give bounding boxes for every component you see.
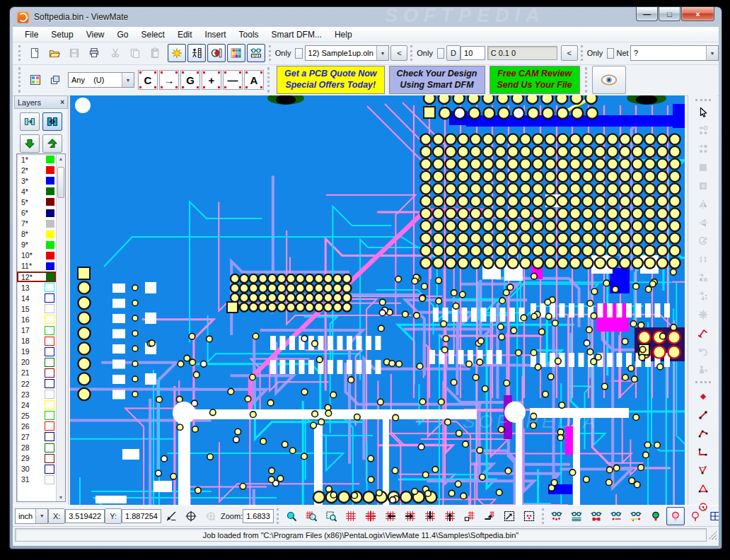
maximize-button[interactable]: □ <box>659 7 680 21</box>
layer-copy-button[interactable] <box>42 112 62 131</box>
toolbar-grip[interactable] <box>18 67 23 93</box>
layer-color-swatch[interactable] <box>46 273 54 281</box>
window-select-button[interactable] <box>500 507 518 525</box>
layer-color-swatch[interactable] <box>46 241 54 249</box>
layer-color-swatch[interactable] <box>46 166 54 174</box>
ad-banner-1[interactable]: Get a PCB Quote NowSpecial Offers Today! <box>277 66 385 94</box>
y-coordinate-button[interactable]: Y: <box>105 508 122 524</box>
toolbar-grip[interactable] <box>269 45 272 61</box>
x-coordinate-button[interactable]: X: <box>48 508 65 524</box>
pcb-canvas[interactable]: SOFTPEDIA <box>70 95 685 505</box>
view-layers-stack-button[interactable] <box>567 507 586 525</box>
layer-color-swatch[interactable] <box>45 315 54 324</box>
layer-color-swatch[interactable] <box>45 443 54 453</box>
only-layer-checkbox[interactable] <box>295 48 302 59</box>
menu-select[interactable]: Select <box>135 28 171 41</box>
layer-color-swatch[interactable] <box>45 368 54 378</box>
layer-color-swatch[interactable] <box>45 304 54 313</box>
flip-button[interactable] <box>693 214 713 232</box>
layer-color-swatch[interactable] <box>46 177 54 185</box>
toolbar-grip[interactable] <box>581 45 584 61</box>
resize-grip[interactable] <box>708 531 717 539</box>
pointer-tool-button[interactable] <box>693 103 713 122</box>
menu-tools[interactable]: Tools <box>233 28 265 41</box>
select-to-circle-button[interactable] <box>693 122 713 140</box>
layer-row-12[interactable]: 12* <box>17 272 56 282</box>
ad-banner-3[interactable]: Free CAM ReviewSend Us Your File <box>489 66 580 94</box>
toolbar-grip[interactable] <box>585 67 589 93</box>
layer-row-15[interactable]: 15 <box>17 303 56 314</box>
layer-row-26[interactable]: 26 <box>17 421 56 431</box>
draw-trace-button[interactable] <box>693 406 713 424</box>
aperture-list-button[interactable] <box>187 44 206 62</box>
select-to-pads-button[interactable] <box>693 140 713 158</box>
print-button[interactable] <box>85 44 103 62</box>
layer-color-swatch[interactable] <box>45 454 54 463</box>
measure-view-button[interactable] <box>247 44 265 62</box>
prev-layer-button[interactable]: < <box>390 45 407 61</box>
layer-color-swatch[interactable] <box>46 262 54 270</box>
close-icon[interactable]: × <box>60 98 64 106</box>
layer-move-button[interactable] <box>20 112 40 131</box>
point-select-button[interactable] <box>520 507 538 525</box>
draw-pad-button[interactable] <box>693 387 713 406</box>
layer-color-swatch[interactable] <box>46 209 54 217</box>
mirror-button[interactable] <box>693 195 713 214</box>
y-coordinate-field[interactable]: 1.887254 <box>122 509 161 523</box>
toolbar-grip[interactable] <box>542 508 544 524</box>
toolbar-grip[interactable] <box>277 508 279 524</box>
layer-row-27[interactable]: 27 <box>17 431 56 442</box>
layer-color-swatch[interactable] <box>46 187 54 195</box>
zoom-out-corner-button[interactable] <box>460 507 479 525</box>
layer-row-3[interactable]: 3* <box>17 175 56 186</box>
layer-color-swatch[interactable] <box>45 400 54 409</box>
scroll-down-icon[interactable]: ▼ <box>57 493 65 501</box>
prev-dcode-button[interactable]: < <box>561 45 578 61</box>
new-file-button[interactable] <box>25 44 44 62</box>
layer-color-swatch[interactable] <box>45 283 54 292</box>
layer-row-1[interactable]: 1* <box>17 154 56 165</box>
draw-path-button[interactable] <box>693 443 713 461</box>
layer-row-6[interactable]: 6* <box>17 207 56 218</box>
dcode-button[interactable]: D <box>446 45 460 61</box>
select-draw-button[interactable]: → <box>159 70 179 90</box>
pan-up-button[interactable] <box>441 507 459 525</box>
layer-list-scrollbar[interactable]: ▲ ▼ <box>56 154 65 501</box>
layer-row-30[interactable]: 30 <box>17 464 56 474</box>
layer-row-10[interactable]: 10* <box>17 250 56 261</box>
toolbar-grip[interactable] <box>410 45 414 61</box>
layer-color-swatch[interactable] <box>45 293 54 303</box>
layer-row-18[interactable]: 18 <box>17 336 56 346</box>
layer-row-31[interactable]: 31 <box>17 474 56 485</box>
layer-color-swatch[interactable] <box>46 156 54 163</box>
layer-row-5[interactable]: 5* <box>17 197 56 207</box>
menu-file[interactable]: File <box>18 28 45 41</box>
layer-table-button[interactable] <box>46 71 64 89</box>
layer-row-2[interactable]: 2* <box>17 165 56 175</box>
view-pads-button[interactable] <box>548 507 566 525</box>
minimize-button[interactable]: — <box>636 7 658 21</box>
layer-color-swatch[interactable] <box>46 198 54 206</box>
layer-color-swatch[interactable] <box>45 347 54 356</box>
layer-color-swatch[interactable] <box>45 358 54 367</box>
layer-color-swatch[interactable] <box>46 252 54 259</box>
view-path-button[interactable] <box>627 507 645 525</box>
layer-row-7[interactable]: 7* <box>17 218 56 229</box>
menu-edit[interactable]: Edit <box>171 28 199 41</box>
layer-color-swatch[interactable] <box>45 421 54 431</box>
only-dcode-checkbox[interactable] <box>437 48 444 59</box>
layer-color-swatch[interactable] <box>45 326 54 335</box>
menu-insert[interactable]: Insert <box>199 28 233 41</box>
layer-row-23[interactable]: 23 <box>17 389 56 399</box>
zoom-field[interactable]: 1.6833 <box>243 509 274 523</box>
cut-button[interactable] <box>106 44 124 62</box>
layer-row-8[interactable]: 8* <box>17 229 56 240</box>
dcode-view-button[interactable] <box>207 44 226 62</box>
ad-banner-2[interactable]: Check Your DesignUsing Smart DFM <box>389 66 485 94</box>
move-to-button[interactable] <box>693 269 713 287</box>
layer-up-button[interactable] <box>42 134 62 153</box>
zoom-tool-button[interactable] <box>282 507 301 525</box>
select-trace-button[interactable]: — <box>223 70 243 90</box>
layer-row-22[interactable]: 22 <box>17 378 56 389</box>
layer-colors-button[interactable] <box>227 44 245 62</box>
